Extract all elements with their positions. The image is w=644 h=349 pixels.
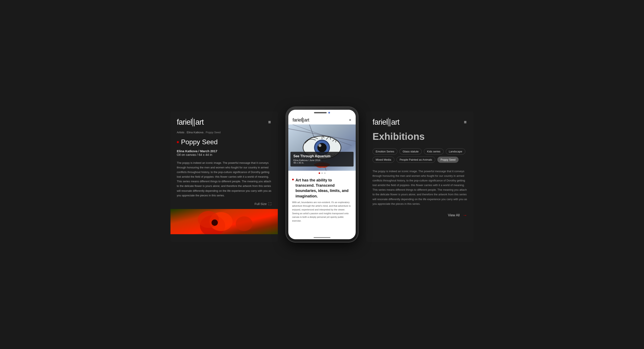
svg-point-5 xyxy=(236,216,252,231)
overlay-artist: Elina Katkova / June 2018 xyxy=(294,159,350,161)
right-panel: fariel|art ≡ Exhibitions Emotion Series … xyxy=(366,111,474,242)
phone-container: fariel|art ≡ xyxy=(286,107,358,242)
tagline-headline: Art has the ability to transcend. Transc… xyxy=(296,178,352,199)
artwork-title: Poppy Seed xyxy=(177,138,272,146)
full-size-link[interactable]: Full Size ⛶ xyxy=(170,202,278,206)
artwork-title-text: Poppy Seed xyxy=(181,138,218,146)
artwork-image-preview xyxy=(170,209,278,234)
artwork-title-section: Poppy Seed xyxy=(170,138,278,146)
red-dot xyxy=(177,141,179,143)
tags-container: Emotion Series Glass statute Kids series… xyxy=(366,148,474,163)
slider-dot-1[interactable] xyxy=(319,172,320,174)
tag-people-painted[interactable]: People Painted as Animals xyxy=(396,157,436,163)
artwork-svg xyxy=(170,209,278,234)
artwork-info-overlay: See Through Aquarium Elina Katkova / Jun… xyxy=(290,152,354,167)
tag-kids-series[interactable]: Kids series xyxy=(424,148,444,155)
artwork-medium: Oil on canvas / 64 x 44 in xyxy=(177,153,272,156)
svg-point-14 xyxy=(317,143,327,152)
phone-header: fariel|art ≡ xyxy=(288,116,356,124)
phone-notch-bar xyxy=(288,110,356,116)
phone-logo: fariel|art xyxy=(292,117,309,123)
breadcrumb: Artists . Elina Katkova . Poppy Seed xyxy=(170,131,278,134)
tag-mixed-media[interactable]: Mixed Media xyxy=(372,157,394,163)
left-hamburger[interactable]: ≡ xyxy=(268,119,272,125)
artwork-description: The poppy is indeed an iconic image. The… xyxy=(170,161,278,198)
phone-red-dot xyxy=(292,179,294,180)
screens-container: fariel|art ≡ Artists . Elina Katkova . P… xyxy=(0,0,644,349)
breadcrumb-artist[interactable]: Elina Katkova xyxy=(187,131,204,134)
phone-home-bar xyxy=(314,237,330,238)
right-description: The poppy is indeed an iconic image. The… xyxy=(366,169,474,206)
breadcrumb-current: Poppy Seed xyxy=(206,131,220,134)
right-header: fariel|art ≡ xyxy=(366,111,474,131)
right-logo: fariel|art xyxy=(372,118,399,127)
tagline-body: With art, boundaries are non-existent. I… xyxy=(292,201,352,223)
view-all-text: View All xyxy=(448,213,460,217)
slider-dot-2[interactable] xyxy=(321,172,323,174)
left-header: fariel|art ≡ xyxy=(170,111,278,131)
logo-text: fariel xyxy=(177,118,192,126)
slider-dots xyxy=(288,171,356,176)
expand-icon: ⛶ xyxy=(268,202,272,206)
svg-point-4 xyxy=(212,220,218,226)
tag-emotion-series[interactable]: Emotion Series xyxy=(372,148,397,155)
overlay-dimensions: 48 x 36 in. xyxy=(294,161,350,164)
svg-point-15 xyxy=(318,144,321,147)
artwork-meta: Elina Katkova / March 2017 Oil on canvas… xyxy=(170,149,278,156)
artwork-artist: Elina Katkova / March 2017 xyxy=(177,149,272,153)
tag-glass-statute[interactable]: Glass statute xyxy=(400,148,422,155)
phone-hamburger[interactable]: ≡ xyxy=(349,118,352,122)
phone-frame: fariel|art ≡ xyxy=(286,107,358,242)
phone-screen: fariel|art ≡ xyxy=(288,110,356,239)
slider-dot-3[interactable] xyxy=(324,172,326,174)
phone-tagline-title: Art has the ability to transcend. Transc… xyxy=(292,178,352,201)
phone-camera xyxy=(328,112,330,113)
phone-speaker xyxy=(314,112,327,113)
tag-landscape[interactable]: Landscape xyxy=(446,148,466,155)
phone-hero: See Through Aquarium Elina Katkova / Jun… xyxy=(288,124,356,171)
tag-poppy-seed[interactable]: Poppy Seed xyxy=(437,157,458,163)
view-all-row[interactable]: View All → xyxy=(366,213,474,218)
full-size-label: Full Size xyxy=(254,202,267,206)
exhibitions-title: Exhibitions xyxy=(366,131,474,142)
breadcrumb-artists[interactable]: Artists xyxy=(177,131,184,134)
left-panel: fariel|art ≡ Artists . Elina Katkova . P… xyxy=(170,111,278,242)
left-logo: fariel|art xyxy=(177,118,204,127)
view-all-arrow: → xyxy=(462,213,467,218)
phone-tagline: Art has the ability to transcend. Transc… xyxy=(288,176,356,225)
right-hamburger[interactable]: ≡ xyxy=(464,119,467,125)
overlay-title: See Through Aquarium xyxy=(294,154,350,158)
